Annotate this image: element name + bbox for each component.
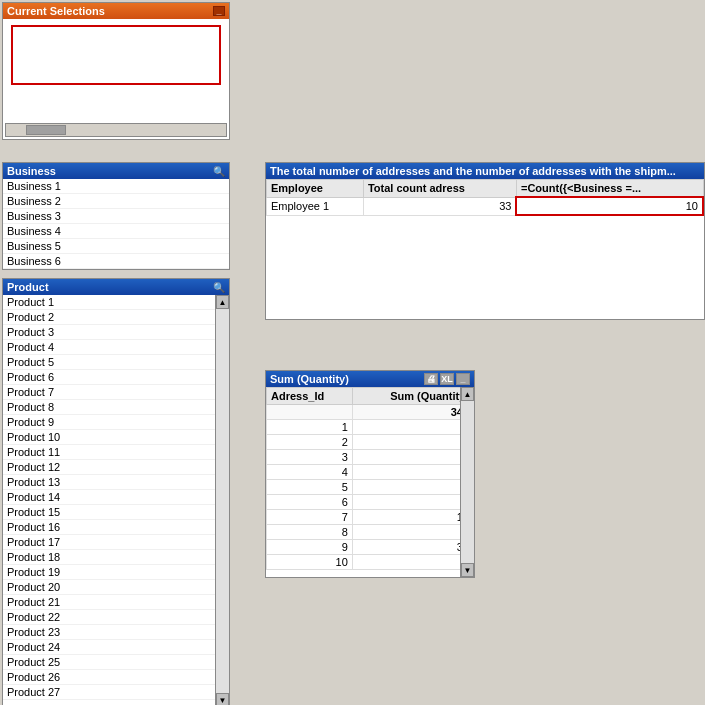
business-list: Business 1 Business 2 Business 3 Busines… (3, 179, 229, 269)
list-item[interactable]: Product 18 (3, 550, 229, 565)
sum-print-icon[interactable]: 🖨 (424, 373, 438, 385)
current-selections-panel: Current Selections _ (2, 2, 230, 140)
sum-table-container: Adress_Id Sum (Quantity) 345 1 4 2 3 (266, 387, 474, 577)
list-item[interactable]: Product 22 (3, 610, 229, 625)
address-id-8: 8 (267, 525, 353, 540)
product-header: Product 🔍 (3, 279, 229, 295)
employee-table-title: The total number of addresses and the nu… (266, 163, 704, 179)
list-item[interactable]: Product 26 (3, 670, 229, 685)
product-title: Product (7, 281, 49, 293)
list-item[interactable]: Product 20 (3, 580, 229, 595)
business-search-icon[interactable]: 🔍 (213, 166, 225, 177)
selections-box (11, 25, 221, 85)
sum-scroll-down[interactable]: ▼ (461, 563, 474, 577)
sum-value-9: 38 (352, 540, 473, 555)
table-row: 4 9 (267, 465, 474, 480)
col-count-business: =Count({<Business =... (516, 180, 703, 198)
list-item[interactable]: Product 6 (3, 370, 229, 385)
employee-table-panel: The total number of addresses and the nu… (265, 162, 705, 320)
employee-table-title-text: The total number of addresses and the nu… (270, 165, 676, 177)
address-id-9: 9 (267, 540, 353, 555)
product-list: Product 1 Product 2 Product 3 Product 4 … (3, 295, 229, 705)
product-search-icon[interactable]: 🔍 (213, 282, 225, 293)
list-item[interactable]: Product 4 (3, 340, 229, 355)
employee-table: Employee Total count adress =Count({<Bus… (266, 179, 704, 216)
sum-value-5: 8 (352, 480, 473, 495)
list-item[interactable]: Product 12 (3, 460, 229, 475)
sum-table: Adress_Id Sum (Quantity) 345 1 4 2 3 (266, 387, 474, 570)
table-row: 7 12 (267, 510, 474, 525)
current-selections-minimize[interactable]: _ (213, 6, 225, 16)
sum-panel-header: Sum (Quantity) 🖨 XL _ (266, 371, 474, 387)
total-count-value: 33 (363, 197, 516, 215)
list-item[interactable]: Product 15 (3, 505, 229, 520)
col-employee: Employee (267, 180, 364, 198)
list-item[interactable]: Product 8 (3, 400, 229, 415)
address-id-3: 3 (267, 450, 353, 465)
sum-excel-icon[interactable]: XL (440, 373, 454, 385)
business-header: Business 🔍 (3, 163, 229, 179)
list-item[interactable]: Product 17 (3, 535, 229, 550)
sum-scroll-up[interactable]: ▲ (461, 387, 474, 401)
list-item[interactable]: Business 4 (3, 224, 229, 239)
list-item[interactable]: Product 1 (3, 295, 229, 310)
list-item[interactable]: Product 10 (3, 430, 229, 445)
sum-scroll-track (461, 401, 474, 563)
list-item[interactable]: Product 3 (3, 325, 229, 340)
business-panel: Business 🔍 Business 1 Business 2 Busines… (2, 162, 230, 270)
product-list-container: Product 1 Product 2 Product 3 Product 4 … (3, 295, 229, 705)
col-address-id: Adress_Id (267, 388, 353, 405)
list-item[interactable]: Product 27 (3, 685, 229, 700)
product-scrollbar[interactable]: ▲ ▼ (215, 295, 229, 705)
sum-quantity-panel: Sum (Quantity) 🖨 XL _ Adress_Id Sum (Qua… (265, 370, 475, 578)
sum-value-4: 9 (352, 465, 473, 480)
list-item[interactable]: Product 19 (3, 565, 229, 580)
list-item[interactable]: Product 7 (3, 385, 229, 400)
list-item[interactable]: Business 1 (3, 179, 229, 194)
list-item[interactable]: Business 3 (3, 209, 229, 224)
scroll-track (216, 309, 229, 693)
address-id-7: 7 (267, 510, 353, 525)
scroll-down-button[interactable]: ▼ (216, 693, 229, 705)
sum-scrollbar[interactable]: ▲ ▼ (460, 387, 474, 577)
list-item[interactable]: Product 21 (3, 595, 229, 610)
table-row: 10 2 (267, 555, 474, 570)
total-label-cell (267, 405, 353, 420)
sum-value-1: 4 (352, 420, 473, 435)
list-item[interactable]: Product 24 (3, 640, 229, 655)
sum-value-7: 12 (352, 510, 473, 525)
table-row: 1 4 (267, 420, 474, 435)
sum-panel-title: Sum (Quantity) (270, 373, 349, 385)
list-item[interactable]: Product 2 (3, 310, 229, 325)
sum-minimize-icon[interactable]: _ (456, 373, 470, 385)
sum-value-3: 6 (352, 450, 473, 465)
current-selections-header: Current Selections _ (3, 3, 229, 19)
col-sum-quantity: Sum (Quantity) (352, 388, 473, 405)
list-item[interactable]: Business 2 (3, 194, 229, 209)
scrollbar-thumb (26, 125, 66, 135)
sum-panel-icons: 🖨 XL _ (424, 373, 470, 385)
list-item[interactable]: Business 6 (3, 254, 229, 269)
current-selections-content (3, 19, 229, 139)
count-business-value: 10 (516, 197, 703, 215)
scroll-up-button[interactable]: ▲ (216, 295, 229, 309)
list-item[interactable]: Product 5 (3, 355, 229, 370)
table-row: Employee 1 33 10 (267, 197, 704, 215)
table-row: 2 3 (267, 435, 474, 450)
list-item[interactable]: Product 16 (3, 520, 229, 535)
list-item[interactable]: Product 23 (3, 625, 229, 640)
col-total-count: Total count adress (363, 180, 516, 198)
list-item[interactable]: Product 13 (3, 475, 229, 490)
address-id-4: 4 (267, 465, 353, 480)
current-selections-scrollbar[interactable] (5, 123, 227, 137)
list-item[interactable]: Product 9 (3, 415, 229, 430)
list-item[interactable]: Product 14 (3, 490, 229, 505)
table-row: 9 38 (267, 540, 474, 555)
list-item[interactable]: Product 25 (3, 655, 229, 670)
list-item[interactable]: Product 11 (3, 445, 229, 460)
address-id-5: 5 (267, 480, 353, 495)
list-item[interactable]: Business 5 (3, 239, 229, 254)
total-value: 345 (352, 405, 473, 420)
current-selections-title: Current Selections (7, 5, 105, 17)
table-row: 8 2 (267, 525, 474, 540)
